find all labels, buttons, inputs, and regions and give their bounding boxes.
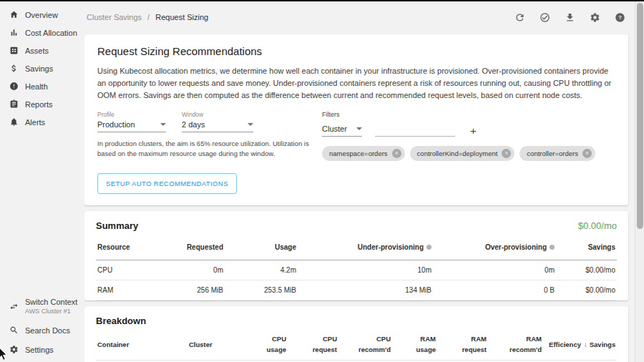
gear-icon xyxy=(9,345,19,354)
col-requested: Requested xyxy=(158,235,225,260)
close-icon[interactable]: × xyxy=(392,149,401,158)
col-savings: Savings xyxy=(556,235,617,260)
bar-chart-icon xyxy=(9,28,19,37)
check-circle-icon xyxy=(540,12,550,23)
window-select-group: Window 2 days xyxy=(182,111,253,132)
cell-resource: CPU xyxy=(96,260,158,280)
page-title: Request Sizing Recommendations xyxy=(97,45,615,57)
close-icon[interactable]: × xyxy=(502,149,511,158)
filter-chip[interactable]: controllerKind=deployment × xyxy=(410,146,515,161)
page-description: Using Kubecost allocation metrics, we de… xyxy=(97,65,615,102)
summary-table: Resource Requested Usage Under-provision… xyxy=(96,235,617,300)
filter-property-value: Cluster xyxy=(322,124,347,133)
window-value: 2 days xyxy=(182,120,205,129)
profile-caption: In production clusters, the aim is 65% r… xyxy=(97,139,312,160)
sidebar-item-label: Alerts xyxy=(25,118,45,127)
sidebar-item-label: Cost Allocation xyxy=(25,29,77,37)
scrollbar-track[interactable] xyxy=(635,1,644,362)
filters-label: Filters xyxy=(322,111,615,118)
filter-value-input[interactable] xyxy=(375,124,455,137)
table-row: RAM 256 MiB 253.5 MiB 134 MiB 0 B $0.00/… xyxy=(96,280,617,300)
summary-header-row: Resource Requested Usage Under-provision… xyxy=(96,235,617,260)
profile-select[interactable]: Production xyxy=(97,120,166,132)
refresh-button[interactable] xyxy=(511,9,528,26)
sidebar-item-settings[interactable]: Settings xyxy=(0,340,84,359)
setup-auto-recommendations-button[interactable]: SETUP AUTO RECOMMENDATIONS xyxy=(97,173,237,194)
col-cluster[interactable]: Cluster xyxy=(187,329,253,361)
sidebar-item-assets[interactable]: Assets xyxy=(0,41,84,59)
window-top-strip xyxy=(0,0,644,1)
clipboard-icon xyxy=(9,99,19,109)
col-ram-recommended[interactable]: RAMrecomm'd xyxy=(488,329,543,361)
sidebar-item-label: Search Docs xyxy=(25,326,70,335)
breakdown-header-row: Container Cluster CPUusage CPUrequest CP… xyxy=(96,329,617,361)
col-over-provisioning: Over-provisioning xyxy=(433,235,556,260)
breakdown-table: Container Cluster CPUusage CPUrequest CP… xyxy=(96,329,617,362)
sidebar-item-label: Overview xyxy=(25,11,58,19)
close-icon[interactable]: × xyxy=(582,149,592,158)
breakdown-title: Breakdown xyxy=(96,315,617,326)
topbar: Cluster Savings / Request Sizing ? xyxy=(84,1,634,33)
filter-chip[interactable]: controller=orders × xyxy=(519,146,595,161)
info-icon xyxy=(426,245,431,250)
cell-resource: RAM xyxy=(96,280,158,300)
col-cpu-recommended[interactable]: CPUrecomm'd xyxy=(338,329,392,361)
col-savings-sorted[interactable]: ↓Savings xyxy=(582,329,617,361)
mouse-cursor xyxy=(0,348,9,362)
breadcrumb-parent[interactable]: Cluster Savings xyxy=(87,13,142,21)
summary-total-savings: $0.00/mo xyxy=(578,220,617,231)
help-icon: ? xyxy=(615,12,625,23)
window-select[interactable]: 2 days xyxy=(182,120,253,132)
col-cpu-request[interactable]: CPUrequest xyxy=(288,329,338,361)
col-under-provisioning: Under-provisioning xyxy=(298,235,433,260)
sidebar-item-overview[interactable]: Overview xyxy=(0,6,84,24)
sidebar-item-savings[interactable]: Savings xyxy=(0,59,84,77)
sidebar-item-label: Assets xyxy=(25,47,49,55)
home-icon xyxy=(9,10,19,19)
gear-icon xyxy=(590,12,600,23)
topbar-icons: ? xyxy=(511,9,628,26)
sidebar-item-label: Reports xyxy=(25,100,53,109)
sidebar-item-alerts[interactable]: Alerts xyxy=(0,113,84,131)
main-content: Request Sizing Recommendations Using Kub… xyxy=(84,34,628,362)
sort-desc-icon: ↓ xyxy=(584,341,587,348)
sidebar-item-label: Health xyxy=(25,82,48,91)
sidebar-item-cost-allocation[interactable]: Cost Allocation xyxy=(0,24,84,41)
sidebar-item-reports[interactable]: Reports xyxy=(0,95,84,113)
filter-chip-label: controller=orders xyxy=(527,150,578,157)
col-cpu-usage[interactable]: CPUusage xyxy=(253,329,288,361)
col-container[interactable]: Container xyxy=(96,329,187,361)
col-ram-usage[interactable]: RAMusage xyxy=(392,329,437,361)
download-button[interactable] xyxy=(561,9,578,26)
settings-button[interactable] xyxy=(586,9,603,26)
col-usage: Usage xyxy=(225,235,298,260)
table-row: CPU 0m 4.2m 10m 0m $0.00/mo xyxy=(96,260,617,280)
dollar-icon xyxy=(9,64,19,73)
diagnostics-button[interactable] xyxy=(536,9,553,26)
sidebar-item-search-docs[interactable]: Search Docs xyxy=(0,321,84,340)
sidebar-item-health[interactable]: Health xyxy=(0,77,84,95)
help-button[interactable]: ? xyxy=(611,9,628,26)
add-filter-button[interactable]: + xyxy=(468,124,479,137)
filter-chip-label: controllerKind=deployment xyxy=(417,150,498,157)
search-icon xyxy=(9,326,19,335)
summary-title: Summary xyxy=(96,220,138,231)
grid-box-icon xyxy=(9,46,19,55)
chevron-down-icon xyxy=(248,123,253,126)
filter-chip[interactable]: namespace=orders × xyxy=(322,146,405,161)
scrollbar-thumb[interactable] xyxy=(637,3,643,229)
sidebar-item-label: Savings xyxy=(25,64,53,73)
switch-context-label: Switch Context xyxy=(25,298,77,306)
sidebar-item-label: Settings xyxy=(25,346,54,354)
current-cluster-label: AWS Cluster #1 xyxy=(25,308,77,315)
summary-card: Summary $0.00/mo Resource Requested Usag… xyxy=(84,211,628,300)
sidebar-item-switch-context[interactable]: Switch Context AWS Cluster #1 xyxy=(0,293,84,321)
profile-value: Production xyxy=(97,120,135,129)
sidebar: Overview Cost Allocation Assets Savings … xyxy=(0,1,84,362)
breakdown-card: Breakdown Container Cluster CPUusage CPU… xyxy=(84,306,628,362)
profile-select-group: Profile Production xyxy=(97,111,166,132)
swap-arrows-icon xyxy=(9,302,19,311)
filter-property-select[interactable]: Cluster xyxy=(322,124,362,137)
col-ram-request[interactable]: RAMrequest xyxy=(437,329,488,361)
col-efficiency[interactable]: Efficiency xyxy=(543,329,582,361)
